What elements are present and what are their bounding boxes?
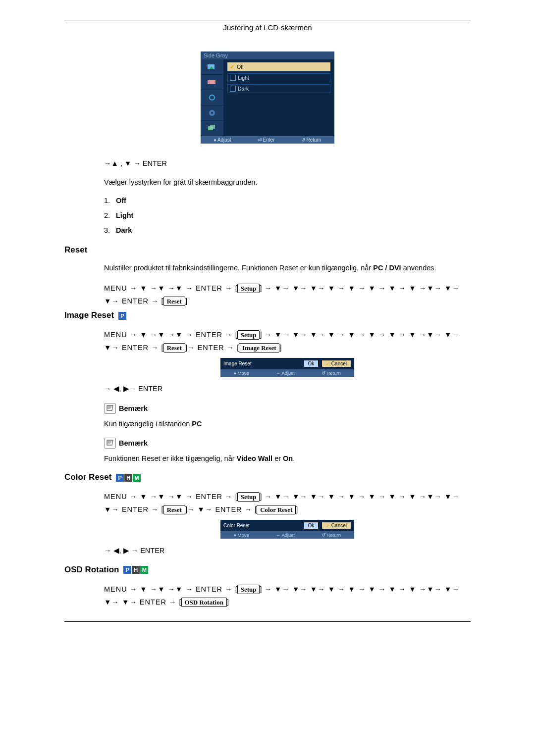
osd-title: Side Gray xyxy=(201,51,334,59)
section-osd-rotation-heading: OSD Rotation P H M xyxy=(64,565,471,575)
note-row: Bemærk xyxy=(104,438,471,449)
badge-m-icon: M xyxy=(140,566,148,574)
only-pc-text: Kun tilgængelig i tilstanden PC xyxy=(104,419,471,429)
reset-desc: Nulstiller produktet til fabriksindstill… xyxy=(104,263,471,273)
osd-side-icon-input xyxy=(201,75,223,90)
list-item: 3.Dark xyxy=(104,226,471,234)
note-icon xyxy=(104,438,116,449)
note-icon xyxy=(104,403,116,414)
list-item: 1.Off xyxy=(104,197,471,204)
note-row: Bemærk xyxy=(104,403,471,414)
osd-option-light: Light xyxy=(227,73,330,82)
osd-footer: ♦ Adjust ⏎ Enter ↺ Return xyxy=(201,136,334,144)
section-color-reset-heading: Color Reset P H M xyxy=(64,472,471,482)
ok-button: Ok xyxy=(304,360,319,367)
osd-image-reset-dialog: Image Reset Ok Cancel ♦ Move ↔ Adjust ↺ … xyxy=(220,358,354,377)
osd-sidegray-screenshot: Side Gray xyxy=(201,51,334,144)
osd-option-off: ✓Off xyxy=(227,62,330,71)
osd-side-icon-circle xyxy=(201,90,223,105)
badge-p-icon: P xyxy=(123,566,131,574)
cancel-button: Cancel xyxy=(321,522,351,529)
cancel-button: Cancel xyxy=(321,360,351,367)
badge-p-icon: P xyxy=(116,474,124,482)
note-label: Bemærk xyxy=(119,439,148,447)
section-image-reset-heading: Image Reset P xyxy=(64,310,471,320)
svg-rect-2 xyxy=(208,80,215,84)
svg-point-3 xyxy=(210,95,214,100)
nav-instruction-sidegray: →▲ , ▼ → ENTER xyxy=(104,158,471,168)
badge-p-icon: P xyxy=(118,312,127,320)
sidegray-option-list: 1.Off 2.Light 3.Dark xyxy=(104,197,471,234)
dialog-label: Color Reset xyxy=(223,523,301,528)
osd-sidebar xyxy=(201,59,223,136)
svg-point-5 xyxy=(211,112,213,114)
color-reset-menupath: MENU → ▼ →▼ →▼ → ENTER → [Setup] → ▼→ ▼→… xyxy=(104,490,471,516)
badge-h-icon: H xyxy=(132,566,140,574)
svg-rect-7 xyxy=(210,125,215,129)
badge-h-icon: H xyxy=(124,474,132,482)
osd-side-icon-picture xyxy=(201,59,223,75)
ok-button: Ok xyxy=(304,522,319,529)
nav-instruction-lr2: → ◀, ▶ → ENTER xyxy=(104,546,471,555)
desc-sidegray: Vælger lysstyrken for gråt til skærmbagg… xyxy=(104,177,471,187)
section-reset-heading: Reset xyxy=(64,245,471,255)
osd-side-icon-gear xyxy=(201,105,223,121)
note-label: Bemærk xyxy=(119,404,148,412)
osd-rotation-menupath: MENU → ▼ →▼ →▼ → ENTER → [Setup] → ▼→ ▼→… xyxy=(104,583,471,608)
list-item: 2.Light xyxy=(104,211,471,219)
osd-option-dark: Dark xyxy=(227,84,330,93)
reset-not-available-text: Funktionen Reset er ikke tilgængelig, nå… xyxy=(104,454,471,463)
image-reset-menupath: MENU → ▼ →▼ →▼ → ENTER → [Setup] → ▼→ ▼→… xyxy=(104,328,471,354)
reset-menupath: MENU → ▼ →▼ →▼ → ENTER → [Setup] → ▼→ ▼→… xyxy=(104,282,471,307)
dialog-label: Image Reset xyxy=(223,361,301,366)
badge-m-icon: M xyxy=(133,474,141,482)
osd-side-icon-multi xyxy=(201,121,223,136)
osd-color-reset-dialog: Color Reset Ok Cancel ♦ Move ↔ Adjust ↺ … xyxy=(220,520,354,539)
page-header: Justering af LCD-skærmen xyxy=(64,23,471,32)
nav-instruction-lr: → ◀, ▶→ ENTER xyxy=(104,384,471,394)
